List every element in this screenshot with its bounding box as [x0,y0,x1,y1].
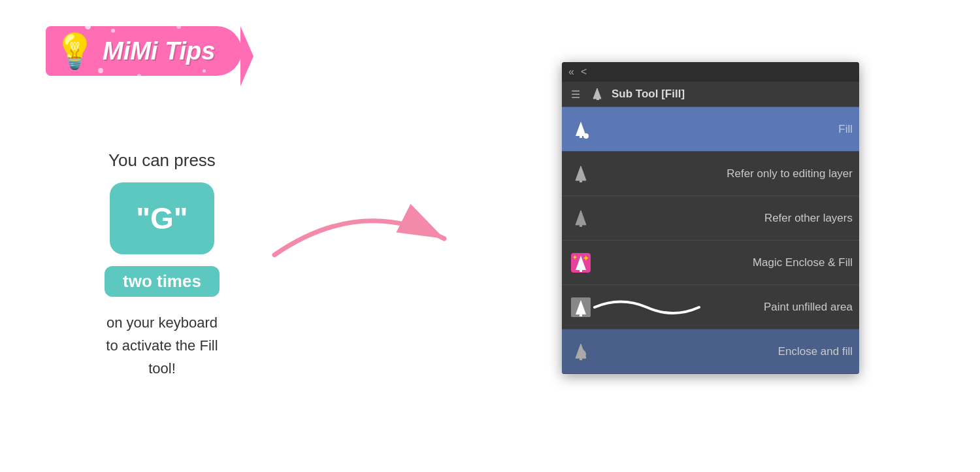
svg-rect-2 [596,97,599,100]
logo-badge: 💡 MiMi Tips [46,26,242,76]
bulb-icon: 💡 [54,34,96,68]
squiggle-decoration [588,293,719,322]
bottom-line1: on your keyboard [106,314,218,331]
panel-title-bar: ☰ Sub Tool [Fill] [562,82,859,107]
fill-icon [568,117,593,142]
two-times-label: two times [123,271,201,291]
two-times-badge: two times [105,266,220,297]
svg-rect-17 [580,313,582,316]
arrow-icon [255,203,464,281]
refer-other-label: Refer other layers [593,212,853,225]
svg-point-5 [583,133,589,139]
magic-enclose-label: Magic Enclose & Fill [593,256,853,269]
key-g-button: "G" [110,182,214,254]
refer-editing-layer-row[interactable]: Refer only to editing layer [562,152,859,196]
left-content: You can press "G" two times on your keyb… [105,150,220,380]
refer-editing-icon [568,161,593,186]
bottom-description: on your keyboard to activate the Fill to… [105,311,220,380]
refer-other-layers-row[interactable]: Refer other layers [562,196,859,241]
enclose-fill-icon [568,339,593,364]
fill-row[interactable]: Fill [562,107,859,152]
logo-area: 💡 MiMi Tips [46,26,242,76]
enclose-fill-label: Enclose and fill [593,345,853,358]
key-g-label: "G" [136,201,188,236]
sub-tool-panel: « < ☰ Sub Tool [Fill] Fill R [562,62,859,374]
svg-marker-3 [576,122,586,136]
magic-enclose-icon: ✦ ✦ [568,250,593,275]
svg-text:✦: ✦ [572,254,578,261]
magic-enclose-row[interactable]: ✦ ✦ Magic Enclose & Fill [562,241,859,285]
refer-editing-label: Refer only to editing layer [593,167,853,180]
svg-marker-1 [593,88,601,99]
refer-other-icon [568,206,593,231]
svg-rect-7 [580,179,582,182]
press-text: You can press [105,150,220,171]
fill-tool-icon [591,87,605,101]
nav-collapse-all-button[interactable]: « [568,66,574,78]
svg-rect-9 [580,224,582,227]
svg-marker-8 [576,211,586,225]
logo-title: MiMi Tips [103,37,215,65]
panel-nav-bar: « < [562,62,859,82]
hamburger-icon[interactable]: ☰ [571,88,580,101]
paint-unfilled-row[interactable]: Paint unfilled area [562,285,859,329]
nav-collapse-button[interactable]: < [581,66,587,78]
svg-rect-4 [580,135,582,138]
svg-rect-19 [580,357,582,360]
svg-text:✦: ✦ [583,254,589,262]
bottom-line3: tool! [148,360,176,377]
bottom-line2: to activate the Fill [106,337,218,354]
svg-rect-12 [580,269,582,272]
fill-label: Fill [593,123,853,136]
panel-title: Sub Tool [Fill] [612,88,685,101]
svg-marker-6 [576,166,586,180]
enclose-fill-row[interactable]: Enclose and fill [562,329,859,374]
